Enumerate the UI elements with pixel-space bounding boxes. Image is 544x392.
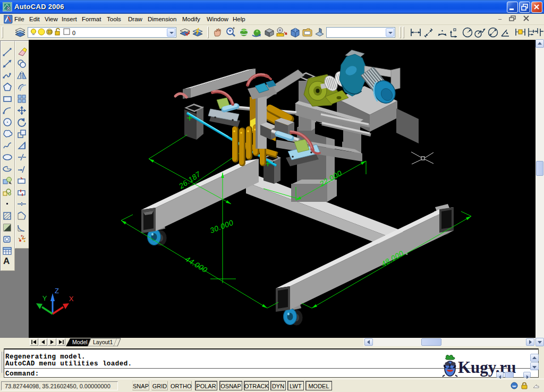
svg-text:Layout1: Layout1 [93, 339, 113, 345]
svg-text:Model: Model [72, 339, 88, 345]
svg-text:X: X [69, 295, 74, 303]
svg-text:Y: Y [42, 294, 47, 302]
svg-text:30.000: 30.000 [209, 218, 235, 235]
svg-text:44.000: 44.000 [184, 254, 209, 274]
svg-text:Z: Z [55, 287, 59, 295]
